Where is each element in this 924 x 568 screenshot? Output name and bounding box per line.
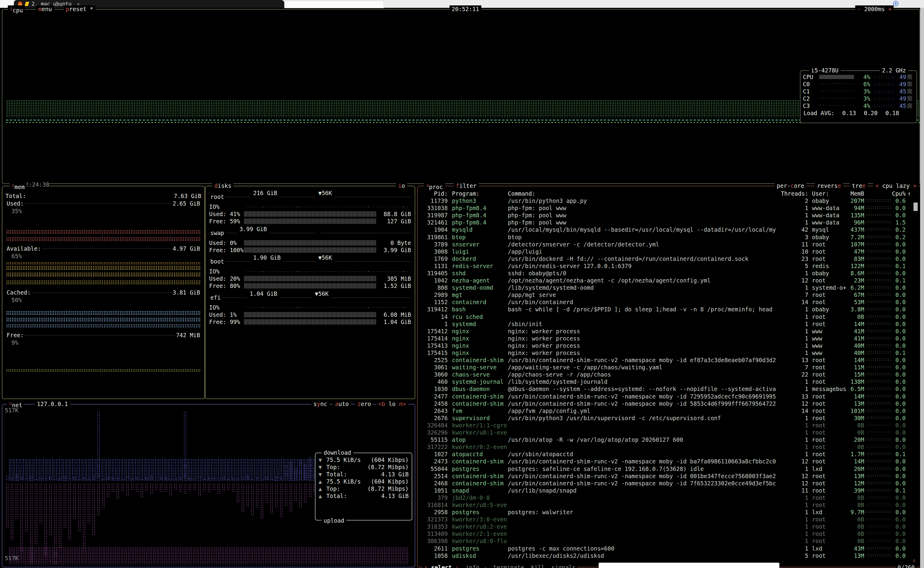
process-command: /app/waiting-serve -c /app/chaos/waiting… <box>508 364 778 370</box>
terminal-tab[interactable]: 2. mac ubuntu × <box>14 0 284 8</box>
process-row[interactable]: 2989 mgt /app/mgt serve 7 root 67M 0.0 <box>418 291 921 298</box>
process-row[interactable]: 14 rcu_sched 1 root 0B 0.0 <box>418 313 921 320</box>
cpu-core-list: CPU 4% 49 癱 C0 6% 49 癱 C1 <box>800 71 916 109</box>
signals-button[interactable]: signals <box>551 564 575 568</box>
column-user[interactable]: User: <box>812 190 847 197</box>
disks-box-title[interactable]: disks <box>212 182 234 189</box>
process-row[interactable]: 1058 udisksd /usr/libexec/udisks2/udisks… <box>418 552 921 559</box>
proc-sort-selector[interactable]: < cpu lazy > <box>873 182 919 189</box>
process-row[interactable]: 319412 bash bash -c while [ -d /proc/$PP… <box>418 306 921 313</box>
net-auto-toggle[interactable]: auto <box>333 400 351 408</box>
process-row[interactable]: 326484 kworker/1:1-cgro 1 root 0B 0.0 <box>418 421 921 429</box>
process-row[interactable]: 2477 containerd-shim /usr/bin/containerd… <box>418 393 921 400</box>
column-memb[interactable]: MemB <box>847 190 864 197</box>
process-pid: 2514 <box>421 473 448 479</box>
net-zero-toggle[interactable]: zero <box>355 400 373 408</box>
process-row[interactable]: 2525 containerd-shim /usr/bin/containerd… <box>418 357 921 364</box>
process-row[interactable]: 313409 kworker/2:1-even 1 root 0B 0.0 <box>418 530 921 537</box>
process-row[interactable]: 1042 nezha-agent /opt/nezha/agent/nezha-… <box>418 277 921 284</box>
process-row[interactable]: 2473 containerd-shim /usr/bin/containerd… <box>418 458 921 465</box>
process-row[interactable]: 175413 nginx nginx: worker process 1 www… <box>418 342 921 349</box>
terminate-button[interactable]: terminate <box>493 564 524 568</box>
process-row[interactable]: 2468 containerd-shim /usr/bin/containerd… <box>418 480 921 487</box>
proc-scroll-indicator[interactable] <box>913 202 918 211</box>
process-row[interactable]: 2611 postgres postgres -c max_connection… <box>418 545 921 552</box>
process-row[interactable]: 55044 postgres postgres: safeline-ce saf… <box>418 465 921 472</box>
process-row[interactable]: 1131 redis-server /usr/bin/redis-server … <box>418 262 921 270</box>
cpu-box-title[interactable]: 1cpu <box>8 5 25 13</box>
net-sync-toggle[interactable]: sync <box>311 400 329 408</box>
process-row[interactable]: 808 systemd-oomd /lib/systemd/systemd-oo… <box>418 284 921 291</box>
process-row[interactable]: 319861 btop btop 3 obaby 7.2M 0.2 <box>418 233 921 240</box>
column-program[interactable]: Program: <box>452 190 508 197</box>
proc-filter-button[interactable]: filter <box>454 182 479 189</box>
sort-arrow-icon[interactable]: ↑ <box>907 190 911 197</box>
process-row[interactable]: 319405 sshd sshd: obaby@pts/0 1 obaby 8.… <box>418 270 921 277</box>
preset-button[interactable]: preset * <box>64 5 95 13</box>
process-row[interactable]: 1769 dockerd /usr/bin/dockerd -H fd:// -… <box>418 255 921 262</box>
process-row[interactable]: 321373 kworker/3:0-even 1 root 0B 0.0 <box>418 516 921 523</box>
proc-tree-toggle[interactable]: tree <box>850 182 868 189</box>
process-row[interactable]: 2458 containerd-shim /usr/bin/containerd… <box>418 400 921 407</box>
process-row[interactable]: 175414 nginx nginx: worker process 1 www… <box>418 335 921 342</box>
process-row[interactable]: 11739 python3 /usr/bin/python3 app.py 2 … <box>418 197 921 204</box>
menu-button[interactable]: menu <box>36 5 54 13</box>
scrollbar[interactable] <box>920 8 924 568</box>
info-button[interactable]: info <box>465 564 479 568</box>
net-graph-column <box>101 479 105 481</box>
process-row[interactable]: 321461 php-fpm8.4 php-fpm: pool www 1 ww… <box>418 219 921 226</box>
process-row[interactable]: 1051 snapd /usr/lib/snapd/snapd 11 root … <box>418 487 921 494</box>
process-row[interactable]: 2958 postgres postgres: walwriter 1 lxd … <box>418 509 921 516</box>
process-user: root <box>812 480 847 486</box>
process-row[interactable]: 460 systemd-journal /lib/systemd/systemd… <box>418 378 921 385</box>
process-row[interactable]: 318353 kworker/u8:2-eve 1 root 0B 0.0 <box>418 523 921 530</box>
select-down-key[interactable]: ↓ <box>455 564 459 568</box>
process-row[interactable]: 55115 atop /usr/bin/atop -R -w /var/log/… <box>418 436 921 443</box>
proc-box-title[interactable]: 4proc <box>424 182 445 189</box>
column-cpu[interactable]: Cpu% <box>891 190 906 197</box>
process-row[interactable]: 3789 snserver /detector/snserver -c /det… <box>418 241 921 248</box>
process-row[interactable]: 2514 containerd-shim /usr/bin/containerd… <box>418 473 921 480</box>
process-row[interactable]: 326296 kworker/u8:1-eve 1 root 0B 0.0 <box>418 429 921 436</box>
kill-button[interactable]: kill <box>531 564 545 568</box>
process-row[interactable]: 1030 dbus-daemon @dbus-daemon --system -… <box>418 385 921 393</box>
process-program: udisksd <box>452 552 508 559</box>
interval-minus-button[interactable]: - <box>857 6 861 12</box>
disk-free-value: 3.99 GiB <box>383 246 411 254</box>
disks-io-toggle[interactable]: io <box>396 182 407 189</box>
scroll-down-icon[interactable]: ↓ <box>913 557 916 563</box>
column-pid[interactable]: Pid: <box>421 190 448 197</box>
process-row[interactable]: 175415 nginx nginx: worker process 1 www… <box>418 349 921 357</box>
process-row[interactable]: 3061 waiting-serve /app/waiting-serve -c… <box>418 364 921 371</box>
process-row[interactable]: 1 systemd /sbin/init 1 root 14M 0.0 <box>418 320 921 328</box>
interval-plus-button[interactable]: + <box>888 6 892 12</box>
proc-per-core-toggle[interactable]: per-core <box>775 182 806 189</box>
process-row[interactable]: 306398 kworker/u8:0-flu 1 root 0B 0.0 <box>418 537 921 545</box>
active-browser-tab[interactable] <box>284 1 384 8</box>
process-row[interactable]: 2643 fvm /app/fvm /app/config.yml 14 roo… <box>418 407 921 414</box>
process-row[interactable]: 379 jbd2/dm-0-8 1 root 0B 0.0 <box>418 494 921 501</box>
process-row[interactable]: 1904 mysqld /usr/local/mysql/bin/mysqld … <box>418 226 921 233</box>
column-threads[interactable]: Threads: <box>778 190 808 197</box>
mem-box-title[interactable]: 2mem <box>10 182 27 189</box>
net-interface-switch[interactable]: <b lo n> <box>376 400 408 408</box>
column-command[interactable]: Command: <box>508 190 778 197</box>
net-interface-label[interactable]: 127.0.0.1 <box>35 400 70 408</box>
process-user: root <box>812 364 847 370</box>
process-row[interactable]: 3008 luigi /app/luigi 10 root 47M 0.0 <box>418 248 921 255</box>
process-row[interactable]: 2676 supervisord /usr/bin/python3 /usr/b… <box>418 414 921 421</box>
process-row[interactable]: 1152 containerd /usr/bin/containerd 14 r… <box>418 298 921 306</box>
process-row[interactable]: 3060 chaos-serve /app/chaos-serve -r /ap… <box>418 371 921 378</box>
select-up-key[interactable]: ↑ <box>424 564 427 568</box>
process-row[interactable]: 316814 kworker/u8:5-eve 1 root 0B 0.0 <box>418 501 921 509</box>
process-row[interactable]: 331038 php-fpm8.4 php-fpm: pool www 1 ww… <box>418 204 921 211</box>
proc-reverse-toggle[interactable]: reverse <box>815 182 843 189</box>
process-row[interactable]: 1027 atopacctd /usr/sbin/atopacctd 1 roo… <box>418 450 921 458</box>
process-row[interactable]: 175412 nginx nginx: worker process 1 www… <box>418 328 921 335</box>
browser-circle-icon[interactable] <box>893 1 898 6</box>
process-row[interactable]: 317222 kworker/0:2-even 1 root 0B 0.0 <box>418 443 921 450</box>
process-pid: 316814 <box>421 502 448 508</box>
process-row[interactable]: 319987 php-fpm8.4 php-fpm: pool www 1 ww… <box>418 211 921 219</box>
disk-io-graph <box>245 206 409 208</box>
net-box-title[interactable]: 3net <box>7 400 24 408</box>
